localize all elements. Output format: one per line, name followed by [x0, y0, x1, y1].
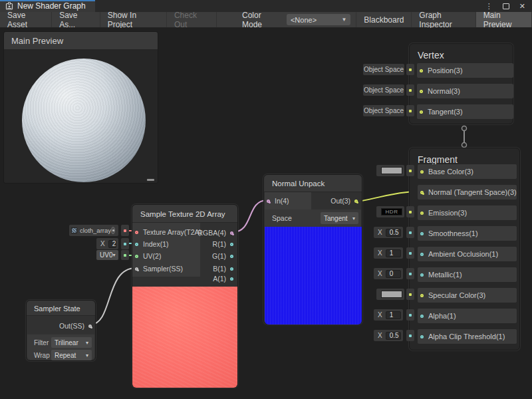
fragment-row-alpha: Alpha(1) [418, 309, 517, 323]
graph-canvas[interactable]: Main Preview Vertex Position(3) Normal(3… [0, 28, 532, 399]
basecolor-swatch-widget[interactable] [376, 165, 404, 176]
sample-texture-node[interactable]: Sample Texture 2D Array Texture Array(T2… [132, 204, 238, 388]
close-icon[interactable]: ✕ [519, 2, 525, 11]
main-preview-title: Main Preview [11, 36, 63, 46]
sample-node-titlebar[interactable]: Sample Texture 2D Array [132, 205, 237, 223]
fragment-row-smoothness: Smoothness(1) [418, 226, 517, 241]
color-mode-dropdown[interactable]: <None> ▼ [287, 14, 350, 25]
maximize-icon[interactable] [503, 3, 509, 9]
out3-port[interactable] [354, 200, 358, 203]
uv-dot [121, 250, 129, 260]
smoothness-float-widget[interactable]: X 0.5 [374, 227, 403, 238]
output-g: G(1) [212, 251, 233, 261]
tangent-port[interactable] [420, 110, 423, 114]
vertex-node[interactable]: Vertex Position(3) Normal(3) Tangent(3) [409, 43, 513, 124]
wrap-value: Repeat [55, 352, 76, 359]
fragment-row-specular: Specular Color(3) [418, 288, 517, 303]
graph-inspector-toggle[interactable]: Graph Inspector [412, 12, 475, 27]
alpha-float-widget[interactable]: X 1 [374, 309, 403, 321]
r-port[interactable] [230, 243, 233, 246]
save-asset-button[interactable]: Save Asset [0, 12, 52, 27]
uv-port[interactable] [135, 255, 138, 258]
sampler-state-titlebar[interactable]: Sampler State [27, 301, 95, 316]
tab-title: New Shader Graph [17, 1, 86, 11]
smoothness-value-field[interactable]: 0.5 [386, 229, 401, 237]
window-menu-icon[interactable]: ⋮ [485, 2, 493, 11]
alphaclip-float-widget[interactable]: X 0.5 [374, 330, 403, 341]
basecolor-swatch[interactable] [381, 167, 402, 174]
position-space-widget[interactable]: Object Space [363, 64, 404, 75]
position-space-label: Object Space [364, 66, 404, 73]
specular-swatch[interactable] [381, 291, 402, 298]
cloth-array-object-field[interactable]: cloth_array [69, 225, 118, 236]
alpha-label: Alpha(1) [428, 312, 456, 320]
main-preview-header[interactable]: Main Preview [4, 32, 158, 49]
object-picker-icon[interactable] [111, 227, 115, 234]
occlusion-value-field[interactable]: 1 [386, 249, 401, 257]
g-port[interactable] [230, 255, 233, 258]
b-port[interactable] [230, 267, 233, 271]
position-port[interactable] [420, 69, 423, 72]
metallic-value-field[interactable]: 0 [386, 270, 401, 278]
vertex-title: Vertex [410, 44, 513, 61]
alpha-port[interactable] [420, 315, 424, 318]
normal-tangent-label: Normal (Tangent Space)(3) [428, 188, 517, 196]
fragment-row-occlusion: Ambient Occlusion(1) [418, 247, 517, 261]
main-preview-toggle[interactable]: Main Preview [476, 12, 532, 27]
alpha-value-field[interactable]: 1 [386, 311, 401, 319]
x-label: X [378, 270, 382, 277]
check-out-button: Check Out [167, 12, 217, 27]
occlusion-float-widget[interactable]: X 1 [374, 247, 403, 259]
basecolor-port[interactable] [420, 170, 424, 174]
sample-texture-preview [132, 287, 237, 388]
chevron-down-icon: ▾ [86, 352, 88, 358]
smoothness-port[interactable] [420, 232, 424, 235]
alphaclip-value-field[interactable]: 0.5 [386, 332, 401, 340]
normal-space-widget[interactable]: Object Space [363, 84, 404, 96]
basecolor-label: Base Color(3) [428, 168, 473, 176]
space-dropdown[interactable]: Tangent ▾ [321, 212, 358, 224]
normal-port[interactable] [420, 90, 423, 93]
uv-channel-dropdown[interactable]: UV0 ▾ [96, 250, 118, 260]
emission-port[interactable] [420, 211, 424, 215]
normal-tangent-port[interactable] [420, 191, 424, 194]
metallic-float-widget[interactable]: X 0 [374, 268, 403, 279]
show-in-project-button[interactable]: Show In Project [100, 12, 167, 27]
edge-samplerstate-sampler[interactable] [90, 268, 136, 325]
in4-port[interactable] [267, 200, 270, 203]
alphaclip-port[interactable] [420, 335, 424, 338]
filter-dropdown[interactable]: Trilinear ▾ [51, 337, 92, 348]
fragment-row-basecolor: Base Color(3) [418, 164, 517, 179]
sampler-port[interactable] [135, 267, 138, 271]
save-as-button[interactable]: Save As... [52, 12, 100, 27]
occlusion-port[interactable] [420, 253, 424, 256]
sampler-state-node[interactable]: Sampler State Out(SS) Filter Trilinear ▾… [26, 300, 96, 361]
specular-swatch-widget[interactable] [376, 289, 404, 300]
sampler-out-row: Out(SS) [59, 321, 92, 331]
emission-hdr-swatch[interactable]: HDR [381, 208, 402, 215]
rgba-port[interactable] [230, 231, 233, 235]
metallic-port[interactable] [420, 273, 424, 277]
fragment-node[interactable]: Fragment Base Color(3) Normal (Tangent S… [409, 148, 520, 350]
tangent-space-widget[interactable]: Object Space [363, 105, 404, 116]
normal-unpack-node[interactable]: Normal Unpack In(4) Out(3) Space Tangent… [263, 174, 362, 325]
wrap-dropdown[interactable]: Repeat ▾ [51, 350, 92, 360]
index-port[interactable] [135, 243, 138, 246]
fragment-row-normal: Normal (Tangent Space)(3) [418, 185, 517, 200]
input-sampler: Sampler(SS) [132, 263, 183, 274]
unpack-node-titlebar[interactable]: Normal Unpack [264, 175, 362, 192]
out-ss-port[interactable] [88, 325, 92, 328]
preview-resize-handle[interactable] [147, 179, 154, 181]
index-value-field[interactable]: 2 [108, 240, 117, 248]
blackboard-toggle[interactable]: Blackboard [356, 12, 412, 27]
a-port[interactable] [230, 277, 233, 281]
specular-port[interactable] [420, 294, 424, 297]
smoothness-dot [406, 227, 414, 238]
index-float-widget[interactable]: X 2 [96, 238, 118, 249]
emission-hdr-widget[interactable]: HDR [376, 206, 404, 217]
input-uv: UV(2) [132, 251, 161, 261]
texture-array-port[interactable] [135, 231, 138, 234]
stack-connector-bottom [462, 143, 467, 148]
specular-dot [406, 289, 414, 300]
x-label: X [378, 229, 382, 236]
